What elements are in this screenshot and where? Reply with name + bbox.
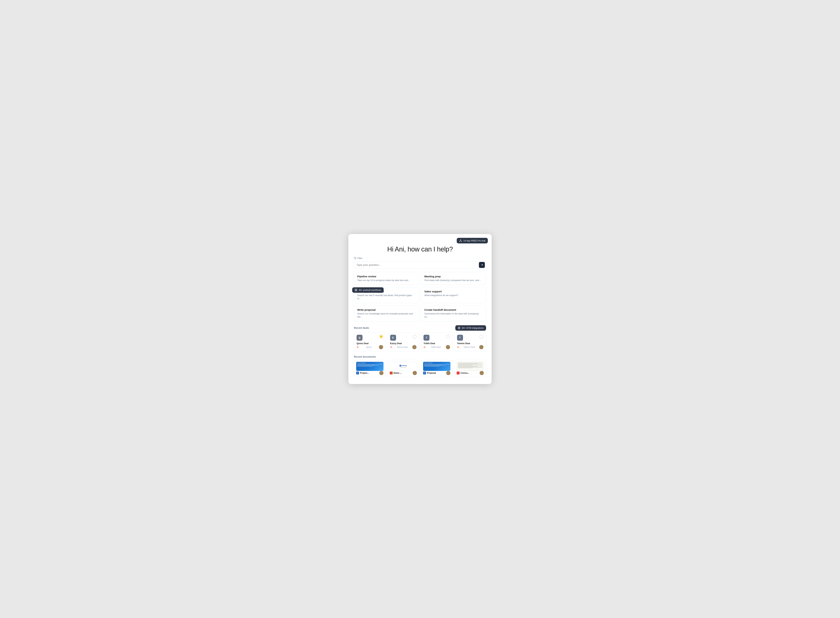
arrow-right-icon (481, 263, 483, 266)
deal-twimm-status-icon (480, 335, 483, 339)
deal-trilith-avatar: T (424, 335, 430, 341)
deal-eazzy-avatar: E (390, 335, 396, 341)
workflow-card-sales-support[interactable]: Sales support What integrations do we su… (421, 287, 486, 303)
network-icon (459, 239, 462, 242)
sales-support-title: Sales support (424, 290, 483, 293)
filter-row[interactable]: Filter (354, 257, 486, 260)
gtm-integrations-badge[interactable]: 20+ GTM integrations (455, 325, 486, 331)
deal-quinu-company: Quinu (366, 346, 372, 348)
hubspot-icon-trilith: ⚙ (424, 346, 426, 349)
svg-point-0 (461, 239, 461, 240)
search-input[interactable] (357, 261, 479, 268)
pipeline-review-title: Pipeline review (357, 275, 416, 278)
filter-label: Filter (357, 257, 363, 260)
svg-rect-12 (459, 327, 460, 328)
search-submit-button[interactable] (479, 262, 485, 268)
product-gaps-desc: Search our last 5 recently lost deals, f… (357, 294, 416, 300)
doc-proposal-1-bottom: W Propos... (356, 371, 384, 375)
deal-eazzy-company: Eazzy Deal (397, 346, 407, 348)
main-window: 14 day FREE Pro trial Hi Ani, how can I … (348, 234, 492, 384)
svg-point-2 (461, 241, 462, 242)
workflow-card-pipeline-review[interactable]: Pipeline review Take our top 10 in-progr… (354, 272, 419, 285)
ppt-icon-demo: P (390, 371, 393, 374)
handoff-doc-title: Create handoff document (424, 308, 483, 311)
doc-demo-name: Demo ... (394, 372, 402, 374)
doc-comca-name: Comca... (461, 372, 469, 374)
prebuilt-workflows-badge[interactable]: 30+ prebuilt workflows (352, 287, 384, 293)
deal-card-trilith[interactable]: T Trilith Deal ⚙ Trilith Deal (421, 333, 453, 352)
docs-row: Sales Proposal W Propos... (354, 360, 486, 377)
gtm-badge-label: 20+ GTM integrations (462, 327, 484, 329)
workflow-icon (355, 289, 357, 291)
svg-rect-11 (458, 327, 459, 328)
deal-eazzy-top: E (390, 335, 417, 341)
doc-thumb-proposal-1: Sales Proposal (356, 362, 384, 371)
deal-twimm-bottom: ⚙ Twimm Deal (457, 345, 484, 349)
recent-documents-header: Recent documents (354, 355, 486, 358)
deal-card-eazzy[interactable]: E Eazzy Deal ⚙ Eazzy Deal (388, 333, 419, 352)
svg-rect-13 (458, 328, 459, 329)
meeting-prep-desc: Find deals with {industry} companies tha… (424, 279, 483, 282)
deal-trilith-name: Trilith Deal (424, 342, 450, 345)
deal-quinu-top: Q 🙂 (357, 335, 383, 341)
workflow-card-write-proposal[interactable]: Write proposal Search our knowledge base… (354, 305, 419, 321)
deal-trilith-bottom: ⚙ Trilith Deal (424, 345, 450, 349)
doc-comca-bottom: PDF Comca... (457, 371, 484, 375)
deal-card-quinu[interactable]: Q 🙂 Quinu Deal ⚙ Quinu (354, 333, 386, 352)
deal-quinu-bottom: ⚙ Quinu (357, 345, 383, 349)
word-icon-1: W (356, 371, 359, 374)
pro-trial-badge[interactable]: 14 day FREE Pro trial (457, 238, 488, 244)
doc-card-comca[interactable]: PDF Comca... (455, 360, 486, 377)
doc-card-demo[interactable]: D ealPage Demo Deck P Demo ... (388, 360, 419, 377)
doc-demo-bottom: P Demo ... (390, 371, 417, 375)
user-avatar-doc-4 (480, 371, 484, 375)
pdf-icon-comca: PDF (457, 371, 459, 374)
deal-twimm-top: T (457, 335, 484, 341)
sales-support-desc: What integrations do we support? (424, 294, 483, 297)
write-proposal-title: Write proposal (357, 308, 416, 311)
filter-icon (354, 257, 356, 260)
hubspot-icon-quinu: ⚙ (357, 346, 359, 349)
user-avatar-trilith (446, 345, 450, 349)
doc-thumb-demo: D ealPage Demo Deck (390, 362, 417, 371)
doc-card-proposal-2[interactable]: Sales Proposal W Proposal (421, 360, 453, 377)
user-avatar-doc-1 (379, 371, 384, 375)
hubspot-icon-twimm: ⚙ (457, 346, 459, 349)
doc-proposal-2-name: Proposal (427, 372, 436, 374)
doc-proposal-1-info: W Propos... (356, 371, 378, 374)
svg-line-4 (461, 240, 461, 241)
doc-thumb-comca (457, 362, 484, 371)
deal-twimm-name: Twimm Deal (457, 342, 484, 345)
pipeline-review-desc: Take our top 10 in-progress deals by dea… (357, 279, 416, 282)
meeting-prep-title: Meeting prep (424, 275, 483, 278)
workflow-card-meeting-prep[interactable]: Meeting prep Find deals with {industry} … (421, 272, 486, 285)
deal-trilith-status-icon (446, 335, 450, 339)
svg-rect-10 (356, 290, 357, 291)
svg-rect-9 (355, 290, 356, 291)
prebuilt-workflows-label: 30+ prebuilt workflows (359, 289, 381, 291)
deal-eazzy-status-icon (413, 335, 416, 339)
deal-twimm-avatar: T (457, 335, 463, 341)
user-avatar-doc-2 (413, 371, 417, 375)
pro-trial-label: 14 day FREE Pro trial (463, 239, 485, 242)
doc-proposal-2-bottom: W Proposal (423, 371, 450, 375)
svg-rect-7 (355, 289, 356, 290)
grid-icon (458, 327, 461, 329)
svg-rect-8 (356, 289, 357, 290)
svg-marker-5 (354, 257, 356, 259)
greeting-title: Hi Ani, how can I help? (354, 245, 486, 253)
deal-eazzy-bottom: ⚙ Eazzy Deal (390, 345, 417, 349)
doc-card-proposal-1[interactable]: Sales Proposal W Propos... (354, 360, 386, 377)
recent-deals-title: Recent deals (354, 327, 369, 329)
user-avatar-twimm (479, 345, 483, 349)
deal-card-twimm[interactable]: T Twimm Deal ⚙ Twimm Deal (455, 333, 486, 352)
user-avatar-quinu (379, 345, 383, 349)
doc-thumb-proposal-2: Sales Proposal (423, 362, 450, 371)
deal-trilith-company: Trilith Deal (431, 346, 441, 348)
svg-rect-14 (459, 328, 460, 329)
doc-demo-info: P Demo ... (390, 371, 412, 374)
workflow-card-handoff-doc[interactable]: Create handoff document Summarize the in… (421, 305, 486, 321)
deal-quinu-name: Quinu Deal (357, 342, 383, 345)
deals-row: Q 🙂 Quinu Deal ⚙ Quinu E Eazzy Deal ⚙ Ea… (354, 333, 486, 352)
recent-deals-header: Recent deals 20+ GTM integrations (354, 325, 486, 331)
